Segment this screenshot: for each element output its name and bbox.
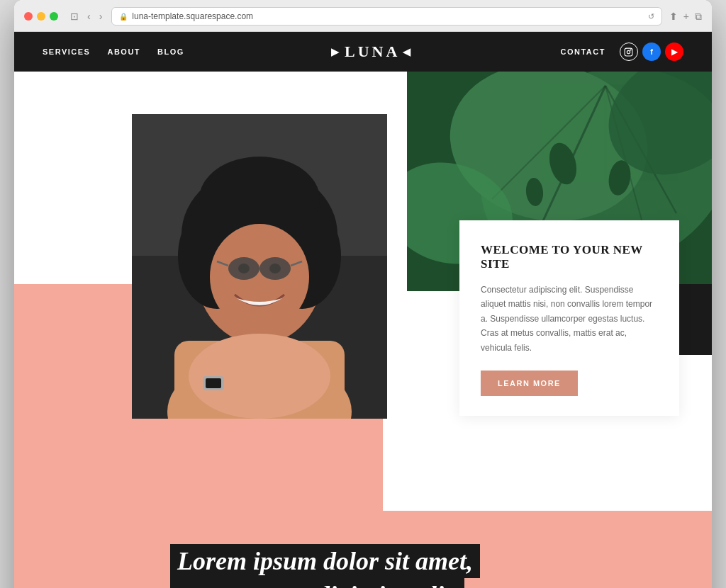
logo-arrow-left: ▶ (331, 46, 342, 58)
url-text: luna-template.squarespace.com (132, 11, 253, 21)
browser-actions: ⬆ + ⧉ (669, 11, 702, 23)
quote-text: Lorem ipsum dolor sit amet, consectetur … (170, 546, 683, 588)
facebook-icon[interactable]: f (642, 43, 661, 61)
window-icon[interactable]: ⊡ (68, 11, 81, 22)
learn-more-button[interactable]: LEARN MORE (481, 371, 578, 396)
browser-window: ⊡ ‹ › 🔒 luna-template.squarespace.com ↺ … (14, 0, 712, 588)
forward-button[interactable]: › (97, 11, 105, 22)
nav-about[interactable]: ABOUT (107, 47, 140, 56)
svg-point-28 (228, 257, 259, 280)
nav-services[interactable]: SERVICES (43, 47, 90, 56)
nav-left: SERVICES ABOUT BLOG (43, 47, 184, 56)
refresh-button[interactable]: ↺ (648, 12, 654, 21)
card-title: WELCOME TO YOUR NEW SITE (481, 243, 658, 271)
back-button[interactable]: ‹ (85, 11, 93, 22)
minimize-button[interactable] (37, 12, 45, 21)
browser-controls: ⊡ ‹ › (68, 11, 104, 22)
close-button[interactable] (24, 12, 33, 21)
svg-point-2 (630, 49, 631, 50)
social-icons: f ▶ (620, 43, 683, 61)
address-bar[interactable]: 🔒 luna-template.squarespace.com ↺ (111, 7, 661, 26)
logo-text: LUNA (345, 43, 400, 61)
share-button[interactable]: ⬆ (669, 11, 678, 22)
logo-arrow-right: ◀ (403, 46, 413, 58)
nav-contact[interactable]: CONTACT (561, 47, 605, 56)
quote-section: Lorem ipsum dolor sit amet, consectetur … (14, 511, 712, 588)
content-card: WELCOME TO YOUR NEW SITE Consectetur adi… (459, 220, 679, 416)
quote-line-1: Lorem ipsum dolor sit amet, (170, 544, 480, 578)
site-logo[interactable]: ▶ LUNA ◀ (331, 43, 413, 61)
svg-rect-36 (206, 378, 221, 388)
instagram-icon[interactable] (620, 43, 638, 61)
site-nav: SERVICES ABOUT BLOG ▶ LUNA ◀ CONTACT (14, 32, 712, 72)
nav-right: CONTACT f ▶ (561, 43, 683, 61)
copy-window-button[interactable]: ⧉ (695, 11, 702, 23)
hero-section: WELCOME TO YOUR NEW SITE Consectetur adi… (14, 72, 712, 511)
lock-icon: 🔒 (119, 13, 128, 21)
svg-point-1 (627, 50, 630, 53)
youtube-icon[interactable]: ▶ (665, 43, 683, 61)
person-photo (132, 114, 387, 419)
traffic-lights (24, 12, 58, 21)
maximize-button[interactable] (50, 12, 58, 21)
svg-point-29 (259, 257, 291, 280)
card-body: Consectetur adipiscing elit. Suspendisse… (481, 283, 658, 355)
browser-chrome: ⊡ ‹ › 🔒 luna-template.squarespace.com ↺ … (14, 0, 712, 32)
website: SERVICES ABOUT BLOG ▶ LUNA ◀ CONTACT (14, 32, 712, 588)
nav-blog[interactable]: BLOG (157, 47, 184, 56)
svg-rect-0 (625, 48, 633, 56)
quote-line-2: consectetur adipiscing elit. (170, 578, 464, 588)
new-tab-button[interactable]: + (683, 11, 689, 22)
